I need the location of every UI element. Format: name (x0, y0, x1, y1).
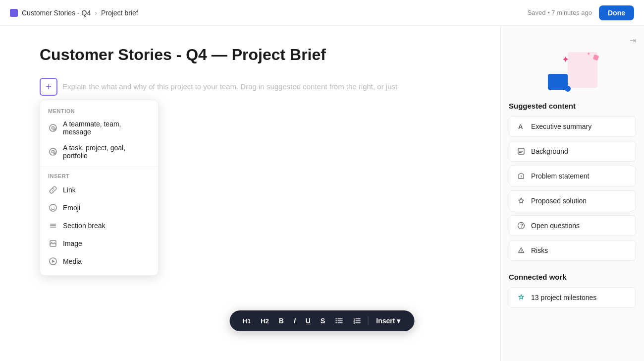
risks-label: Risks (531, 246, 548, 254)
toolbar-h1-button[interactable]: H1 (240, 316, 254, 326)
background-label: Background (531, 147, 568, 155)
svg-point-1 (52, 127, 54, 129)
svg-point-28 (335, 322, 336, 323)
suggestion-background[interactable]: Background (509, 141, 636, 162)
page-title: Project brief (101, 9, 138, 17)
insert-emoji-item[interactable]: Emoji (40, 199, 158, 217)
section-break-icon (48, 221, 58, 231)
toolbar-bullet-list-button[interactable] (332, 316, 346, 326)
floating-toolbar: H1 H2 B I U S 123 Insert ▾ (230, 310, 415, 331)
suggested-content-section: Suggested content A Executive summary Ba… (509, 102, 636, 261)
suggestion-proposed-solution[interactable]: Proposed solution (509, 190, 636, 211)
svg-marker-13 (52, 260, 55, 263)
problem-statement-icon (516, 171, 526, 181)
emoji-icon (48, 203, 58, 213)
risks-icon (516, 245, 526, 255)
link-icon (48, 185, 58, 195)
insert-link-label: Link (63, 186, 76, 194)
mention-section-label: Mention (40, 105, 158, 116)
proposed-solution-icon (516, 196, 526, 206)
toolbar-h2-button[interactable]: H2 (258, 316, 272, 326)
editor-placeholder[interactable]: Explain the what and why of this project… (62, 78, 397, 96)
insert-link-item[interactable]: Link (40, 181, 158, 199)
milestones-icon (516, 293, 526, 302)
illus-dot (565, 86, 571, 92)
insert-section-break-item[interactable]: Section break (40, 217, 158, 235)
topbar-left: Customer Stories - Q4 › Project brief (10, 9, 138, 17)
insert-image-label: Image (63, 240, 82, 247)
svg-point-26 (335, 320, 336, 321)
project-icon (10, 9, 18, 17)
collapse-sidebar-icon[interactable]: ⇥ (630, 36, 636, 45)
svg-point-5 (52, 207, 53, 208)
add-block-button[interactable]: + (40, 78, 57, 96)
media-icon (48, 256, 58, 266)
insert-emoji-label: Emoji (63, 204, 80, 212)
background-icon (516, 146, 526, 156)
insert-section-break-label: Section break (63, 222, 106, 230)
insert-image-item[interactable]: Image (40, 235, 158, 252)
mention-task-label: A task, project, goal, portfolio (63, 144, 150, 160)
at-task-icon (48, 147, 58, 157)
saved-status: Saved • 7 minutes ago (528, 9, 592, 16)
toolbar-numbered-list-button[interactable]: 123 (350, 316, 364, 326)
svg-point-24 (335, 318, 336, 319)
proposed-solution-label: Proposed solution (531, 197, 587, 205)
insert-media-label: Media (63, 257, 82, 265)
topbar-right: Saved • 7 minutes ago Done (528, 5, 634, 20)
insert-media-item[interactable]: Media (40, 252, 158, 270)
insert-section-label: Insert (40, 170, 158, 181)
svg-point-3 (52, 151, 54, 153)
editor-input-row: + Explain the what and why of this proje… (40, 78, 461, 96)
editor-content: + Explain the what and why of this proje… (40, 78, 461, 96)
open-questions-label: Open questions (531, 222, 580, 230)
illus-sparkle: ✦ (562, 54, 569, 65)
menu-divider (40, 167, 158, 167)
breadcrumb-separator: › (95, 9, 97, 17)
connected-milestones[interactable]: 13 project milestones (509, 287, 636, 308)
connected-work-title: Connected work (509, 273, 636, 281)
mention-teammate-label: A teammate, team, message (63, 120, 150, 136)
suggestion-executive-summary[interactable]: A Executive summary (509, 116, 636, 137)
mention-teammate-item[interactable]: A teammate, team, message (40, 116, 158, 140)
svg-point-6 (54, 207, 55, 208)
project-title[interactable]: Customer Stories - Q4 (22, 9, 91, 17)
right-sidebar: ⇥ ✦ ✦ Suggested content A Executive summ… (500, 26, 644, 361)
connected-work-section: Connected work 13 project milestones (509, 273, 636, 308)
svg-text:A: A (518, 123, 523, 130)
suggestion-risks[interactable]: Risks (509, 240, 636, 261)
toolbar-italic-button[interactable]: I (291, 315, 299, 326)
svg-text:3: 3 (353, 321, 355, 324)
executive-summary-label: Executive summary (531, 122, 591, 130)
toolbar-underline-button[interactable]: U (303, 315, 314, 326)
suggestion-problem-statement[interactable]: Problem statement (509, 166, 636, 186)
sidebar-collapse-area: ⇥ (509, 36, 636, 45)
toolbar-bold-button[interactable]: B (276, 315, 287, 326)
insert-dropdown-menu: Mention A teammate, team, message A task… (40, 100, 159, 276)
toolbar-divider (368, 316, 368, 325)
toolbar-insert-button[interactable]: Insert ▾ (372, 315, 404, 326)
executive-summary-icon: A (516, 121, 526, 131)
open-questions-icon: ? (516, 221, 526, 231)
suggested-content-title: Suggested content (509, 102, 636, 110)
svg-point-23 (521, 252, 521, 252)
suggestion-open-questions[interactable]: ? Open questions (509, 215, 636, 236)
at-icon (48, 123, 58, 133)
illus-doc: ✦ (568, 52, 597, 88)
sidebar-illustration: ✦ ✦ (509, 52, 636, 92)
illus-sparkle-small: ✦ (587, 51, 590, 57)
toolbar-strikethrough-button[interactable]: S (318, 315, 328, 326)
done-button[interactable]: Done (599, 5, 634, 20)
milestones-label: 13 project milestones (531, 294, 596, 301)
svg-text:?: ? (520, 223, 523, 229)
image-icon (48, 239, 58, 248)
problem-statement-label: Problem statement (531, 172, 590, 180)
mention-task-item[interactable]: A task, project, goal, portfolio (40, 140, 158, 164)
topbar: Customer Stories - Q4 › Project brief Sa… (0, 0, 644, 26)
svg-point-4 (50, 204, 56, 211)
document-title: Customer Stories - Q4 — Project Brief (40, 46, 461, 64)
